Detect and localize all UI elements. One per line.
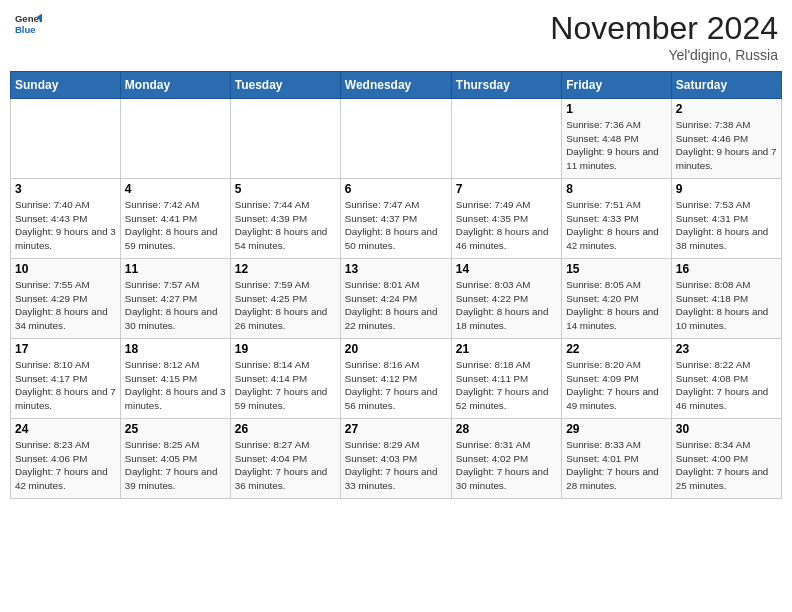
day-number: 28	[456, 422, 557, 436]
day-number: 29	[566, 422, 667, 436]
calendar-cell: 18Sunrise: 8:12 AM Sunset: 4:15 PM Dayli…	[120, 339, 230, 419]
day-info: Sunrise: 7:42 AM Sunset: 4:41 PM Dayligh…	[125, 198, 226, 253]
day-info: Sunrise: 8:25 AM Sunset: 4:05 PM Dayligh…	[125, 438, 226, 493]
calendar-cell: 26Sunrise: 8:27 AM Sunset: 4:04 PM Dayli…	[230, 419, 340, 499]
day-number: 21	[456, 342, 557, 356]
calendar-cell: 12Sunrise: 7:59 AM Sunset: 4:25 PM Dayli…	[230, 259, 340, 339]
day-number: 27	[345, 422, 447, 436]
calendar-cell: 17Sunrise: 8:10 AM Sunset: 4:17 PM Dayli…	[11, 339, 121, 419]
svg-text:Blue: Blue	[15, 24, 36, 35]
calendar-cell: 11Sunrise: 7:57 AM Sunset: 4:27 PM Dayli…	[120, 259, 230, 339]
day-number: 17	[15, 342, 116, 356]
day-number: 30	[676, 422, 777, 436]
day-info: Sunrise: 7:36 AM Sunset: 4:48 PM Dayligh…	[566, 118, 667, 173]
day-number: 7	[456, 182, 557, 196]
day-info: Sunrise: 8:10 AM Sunset: 4:17 PM Dayligh…	[15, 358, 116, 413]
calendar-week-1: 1Sunrise: 7:36 AM Sunset: 4:48 PM Daylig…	[11, 99, 782, 179]
calendar-week-2: 3Sunrise: 7:40 AM Sunset: 4:43 PM Daylig…	[11, 179, 782, 259]
day-number: 20	[345, 342, 447, 356]
day-info: Sunrise: 8:33 AM Sunset: 4:01 PM Dayligh…	[566, 438, 667, 493]
day-number: 8	[566, 182, 667, 196]
day-info: Sunrise: 7:49 AM Sunset: 4:35 PM Dayligh…	[456, 198, 557, 253]
month-title: November 2024	[550, 10, 778, 47]
calendar-cell: 9Sunrise: 7:53 AM Sunset: 4:31 PM Daylig…	[671, 179, 781, 259]
day-number: 6	[345, 182, 447, 196]
calendar-cell: 28Sunrise: 8:31 AM Sunset: 4:02 PM Dayli…	[451, 419, 561, 499]
col-wednesday: Wednesday	[340, 72, 451, 99]
day-info: Sunrise: 8:29 AM Sunset: 4:03 PM Dayligh…	[345, 438, 447, 493]
day-info: Sunrise: 8:31 AM Sunset: 4:02 PM Dayligh…	[456, 438, 557, 493]
calendar-cell: 8Sunrise: 7:51 AM Sunset: 4:33 PM Daylig…	[562, 179, 672, 259]
day-number: 16	[676, 262, 777, 276]
location-subtitle: Yel'digino, Russia	[550, 47, 778, 63]
calendar-cell: 13Sunrise: 8:01 AM Sunset: 4:24 PM Dayli…	[340, 259, 451, 339]
calendar-cell: 16Sunrise: 8:08 AM Sunset: 4:18 PM Dayli…	[671, 259, 781, 339]
calendar-header-row: Sunday Monday Tuesday Wednesday Thursday…	[11, 72, 782, 99]
day-info: Sunrise: 8:03 AM Sunset: 4:22 PM Dayligh…	[456, 278, 557, 333]
day-info: Sunrise: 8:34 AM Sunset: 4:00 PM Dayligh…	[676, 438, 777, 493]
calendar-week-5: 24Sunrise: 8:23 AM Sunset: 4:06 PM Dayli…	[11, 419, 782, 499]
day-number: 14	[456, 262, 557, 276]
calendar-cell: 4Sunrise: 7:42 AM Sunset: 4:41 PM Daylig…	[120, 179, 230, 259]
day-info: Sunrise: 8:23 AM Sunset: 4:06 PM Dayligh…	[15, 438, 116, 493]
day-number: 10	[15, 262, 116, 276]
day-info: Sunrise: 7:55 AM Sunset: 4:29 PM Dayligh…	[15, 278, 116, 333]
day-info: Sunrise: 8:14 AM Sunset: 4:14 PM Dayligh…	[235, 358, 336, 413]
col-saturday: Saturday	[671, 72, 781, 99]
calendar-cell: 3Sunrise: 7:40 AM Sunset: 4:43 PM Daylig…	[11, 179, 121, 259]
calendar-cell: 20Sunrise: 8:16 AM Sunset: 4:12 PM Dayli…	[340, 339, 451, 419]
day-info: Sunrise: 7:51 AM Sunset: 4:33 PM Dayligh…	[566, 198, 667, 253]
calendar-cell: 7Sunrise: 7:49 AM Sunset: 4:35 PM Daylig…	[451, 179, 561, 259]
calendar-cell: 25Sunrise: 8:25 AM Sunset: 4:05 PM Dayli…	[120, 419, 230, 499]
calendar-cell: 1Sunrise: 7:36 AM Sunset: 4:48 PM Daylig…	[562, 99, 672, 179]
day-info: Sunrise: 7:47 AM Sunset: 4:37 PM Dayligh…	[345, 198, 447, 253]
calendar-week-3: 10Sunrise: 7:55 AM Sunset: 4:29 PM Dayli…	[11, 259, 782, 339]
day-number: 19	[235, 342, 336, 356]
calendar-cell: 2Sunrise: 7:38 AM Sunset: 4:46 PM Daylig…	[671, 99, 781, 179]
calendar-cell: 6Sunrise: 7:47 AM Sunset: 4:37 PM Daylig…	[340, 179, 451, 259]
day-number: 25	[125, 422, 226, 436]
day-number: 26	[235, 422, 336, 436]
col-monday: Monday	[120, 72, 230, 99]
col-tuesday: Tuesday	[230, 72, 340, 99]
calendar-cell: 24Sunrise: 8:23 AM Sunset: 4:06 PM Dayli…	[11, 419, 121, 499]
calendar-cell: 5Sunrise: 7:44 AM Sunset: 4:39 PM Daylig…	[230, 179, 340, 259]
day-number: 2	[676, 102, 777, 116]
day-info: Sunrise: 7:57 AM Sunset: 4:27 PM Dayligh…	[125, 278, 226, 333]
day-info: Sunrise: 7:53 AM Sunset: 4:31 PM Dayligh…	[676, 198, 777, 253]
day-number: 9	[676, 182, 777, 196]
calendar-cell: 27Sunrise: 8:29 AM Sunset: 4:03 PM Dayli…	[340, 419, 451, 499]
col-thursday: Thursday	[451, 72, 561, 99]
calendar-cell	[120, 99, 230, 179]
calendar-cell: 14Sunrise: 8:03 AM Sunset: 4:22 PM Dayli…	[451, 259, 561, 339]
day-info: Sunrise: 8:01 AM Sunset: 4:24 PM Dayligh…	[345, 278, 447, 333]
day-number: 24	[15, 422, 116, 436]
calendar-cell: 19Sunrise: 8:14 AM Sunset: 4:14 PM Dayli…	[230, 339, 340, 419]
day-info: Sunrise: 8:18 AM Sunset: 4:11 PM Dayligh…	[456, 358, 557, 413]
day-info: Sunrise: 8:22 AM Sunset: 4:08 PM Dayligh…	[676, 358, 777, 413]
day-number: 4	[125, 182, 226, 196]
calendar-cell: 15Sunrise: 8:05 AM Sunset: 4:20 PM Dayli…	[562, 259, 672, 339]
day-number: 3	[15, 182, 116, 196]
calendar-cell: 30Sunrise: 8:34 AM Sunset: 4:00 PM Dayli…	[671, 419, 781, 499]
day-info: Sunrise: 8:08 AM Sunset: 4:18 PM Dayligh…	[676, 278, 777, 333]
logo-icon: General Blue	[14, 10, 42, 38]
calendar-cell: 10Sunrise: 7:55 AM Sunset: 4:29 PM Dayli…	[11, 259, 121, 339]
day-info: Sunrise: 7:59 AM Sunset: 4:25 PM Dayligh…	[235, 278, 336, 333]
day-number: 18	[125, 342, 226, 356]
day-info: Sunrise: 8:20 AM Sunset: 4:09 PM Dayligh…	[566, 358, 667, 413]
day-number: 15	[566, 262, 667, 276]
calendar-cell: 23Sunrise: 8:22 AM Sunset: 4:08 PM Dayli…	[671, 339, 781, 419]
page-header: General Blue November 2024 Yel'digino, R…	[10, 10, 782, 63]
calendar-cell	[11, 99, 121, 179]
calendar-cell	[230, 99, 340, 179]
col-sunday: Sunday	[11, 72, 121, 99]
day-number: 12	[235, 262, 336, 276]
day-number: 13	[345, 262, 447, 276]
day-info: Sunrise: 8:12 AM Sunset: 4:15 PM Dayligh…	[125, 358, 226, 413]
calendar-cell	[340, 99, 451, 179]
calendar-cell	[451, 99, 561, 179]
title-block: November 2024 Yel'digino, Russia	[550, 10, 778, 63]
day-number: 1	[566, 102, 667, 116]
calendar-cell: 29Sunrise: 8:33 AM Sunset: 4:01 PM Dayli…	[562, 419, 672, 499]
